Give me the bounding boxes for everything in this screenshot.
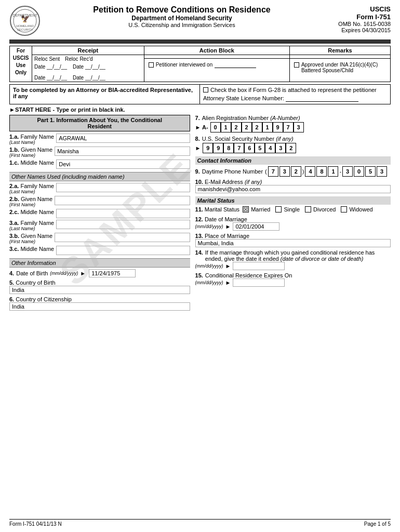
single-checkbox[interactable] (275, 206, 282, 212)
marital-status-header: Marital Status (195, 196, 391, 205)
family-name-input-1a[interactable] (56, 134, 190, 143)
ssn-digit-0[interactable]: 9 (203, 143, 213, 153)
email-input[interactable] (195, 185, 391, 193)
cond-res-arrow: ► (225, 280, 231, 286)
ssn-digit-3[interactable]: 7 (234, 143, 244, 153)
middle-name-input-3c[interactable] (56, 246, 190, 255)
field-4-dob: 4. Date of Birth (mm/dd/yyyy) ► (9, 269, 190, 277)
attorney-license-field[interactable] (286, 95, 358, 102)
alien-digit-0[interactable]: 0 (210, 122, 221, 132)
omb-number: OMB No. 1615-0038 (323, 21, 391, 27)
footer-left: Form I-751 04/11/13 N (9, 521, 62, 527)
field-2a: 2.a. Family Name (Last Name) (9, 183, 190, 194)
remarks-header: Remarks (289, 46, 390, 55)
ssn-digit-6[interactable]: 4 (265, 143, 275, 153)
middle-name-input-2c[interactable] (56, 209, 190, 218)
phone-end-1[interactable]: 3 (342, 166, 353, 177)
country-birth-input[interactable] (9, 286, 190, 294)
expires-date: Expires 04/30/2015 (323, 27, 391, 33)
marital-num: 11. Marital Status (195, 206, 240, 212)
phone-paren-close: ) (302, 168, 304, 175)
phone-mid-1[interactable]: 4 (305, 166, 315, 177)
phone-mid-2[interactable]: 8 (316, 166, 327, 177)
country-citizen-input[interactable] (9, 302, 190, 311)
form-dept: Department of Homeland Security (41, 15, 323, 22)
field-6-country-citizen: 6. Country of Citizenship (9, 296, 190, 311)
ssn-digit-1[interactable]: 9 (213, 143, 223, 153)
alien-digit-6[interactable]: 9 (273, 122, 283, 132)
phone-end-2[interactable]: 0 (354, 166, 364, 177)
phone-area-3[interactable]: 2 (291, 166, 301, 177)
field-8-ssn: 8. U.S. Social Security Number (if any) … (195, 136, 391, 153)
dob-label: 4. (9, 270, 14, 276)
label-1a-note: (Last Name) (9, 140, 54, 145)
phone-area-2[interactable]: 3 (279, 166, 290, 177)
phone-paren-open: ( (265, 168, 267, 175)
label-2b-note: (First Name) (9, 202, 52, 207)
ssn-digit-8[interactable]: 2 (286, 143, 296, 153)
phone-end-3[interactable]: 5 (365, 166, 376, 177)
marriage-ended-input[interactable] (233, 262, 285, 270)
field-2c: 2.c. Middle Name (9, 209, 190, 218)
field-1b: 1.b. Given Name (First Name) (9, 147, 190, 158)
family-name-input-2a[interactable] (56, 183, 190, 192)
alien-digit-2[interactable]: 2 (231, 122, 242, 132)
dob-input[interactable] (89, 269, 136, 277)
dom-arrow: ► (225, 223, 231, 230)
widowed-checkbox[interactable] (341, 206, 347, 212)
given-name-input-2b[interactable] (55, 196, 190, 205)
page-footer: Form I-751 04/11/13 N Page 1 of 5 (9, 519, 391, 527)
dom-text: Date of Marriage (205, 216, 247, 222)
contact-info-header: Contact Information (195, 156, 391, 165)
marriage-ended-arrow: ► (225, 263, 231, 269)
married-checkbox[interactable]: ☒ (243, 206, 249, 212)
footer-right: Page 1 of 5 (364, 521, 391, 527)
ssn-digit-4[interactable]: 6 (244, 143, 255, 153)
dom-input[interactable] (233, 222, 279, 231)
reloc-sent-label: Reloc Sent (34, 56, 60, 62)
label-2a-num: 2.a. Family Name (9, 183, 54, 189)
petitioner-checkbox[interactable] (149, 62, 154, 68)
field-1a: 1.a. Family Name (Last Name) (9, 134, 190, 145)
g28-checkbox[interactable] (203, 87, 208, 92)
attorney-license-row: Attorney State License Number: (203, 95, 387, 102)
middle-name-input-1c[interactable] (56, 159, 190, 169)
given-name-input-1b[interactable] (55, 147, 190, 156)
marital-options: ☒ Married Single Divorced (243, 206, 373, 212)
ssn-digit-7[interactable]: 3 (275, 143, 286, 153)
alien-digit-4[interactable]: 2 (252, 122, 262, 132)
pom-num: 13. (195, 233, 203, 239)
family-name-input-3a[interactable] (56, 220, 190, 229)
phone-end-4[interactable]: 3 (377, 166, 387, 177)
header-right: USCIS Form I-751 OMB No. 1615-0038 Expir… (323, 5, 391, 33)
given-name-input-3b[interactable] (55, 233, 190, 242)
cond-res-input[interactable] (233, 278, 285, 287)
alien-digit-5[interactable]: 1 (262, 122, 273, 132)
petitioner-interviewed-cell: Petitioner interviewed on (144, 58, 289, 82)
dark-divider-bar (9, 39, 391, 44)
dom-num: 12. (195, 216, 203, 222)
g28-label: Check the box if Form G-28 is attached t… (210, 87, 377, 93)
petitioner-date-field[interactable] (215, 62, 256, 68)
phone-area-1[interactable]: 7 (268, 166, 278, 177)
alien-digit-8[interactable]: 3 (294, 122, 304, 132)
start-here-label: ►START HERE - Type or print in black ink… (9, 107, 391, 113)
widowed-label: Widowed (349, 206, 372, 212)
field-3b: 3.b. Given Name (First Name) (9, 233, 190, 244)
label-1a-num: 1.a. Family Name (9, 134, 54, 140)
alien-digit-7[interactable]: 7 (283, 122, 294, 132)
phone-mid-3[interactable]: 1 (328, 166, 338, 177)
dob-note: (mm/dd/yyyy) (50, 271, 78, 276)
page-header: DEPARTMENT 🦅 HOMELAND SECURITY Petition … (9, 5, 391, 37)
ssn-digit-2[interactable]: 8 (223, 143, 234, 153)
alien-digit-3[interactable]: 2 (242, 122, 252, 132)
other-info-header-text: Other Information (11, 260, 56, 266)
approved-checkbox[interactable] (294, 62, 299, 68)
pom-input[interactable] (195, 239, 391, 247)
divorced-checkbox[interactable] (305, 206, 311, 212)
label-2a-note: (Last Name) (9, 189, 54, 194)
alien-digit-row: ► A- 0 1 2 2 2 1 9 7 3 (195, 122, 391, 132)
alien-digit-1[interactable]: 1 (221, 122, 231, 132)
approved-cell: Approved under INA 216(c)(4)(C) Battered… (289, 58, 390, 82)
ssn-digit-5[interactable]: 5 (255, 143, 265, 153)
